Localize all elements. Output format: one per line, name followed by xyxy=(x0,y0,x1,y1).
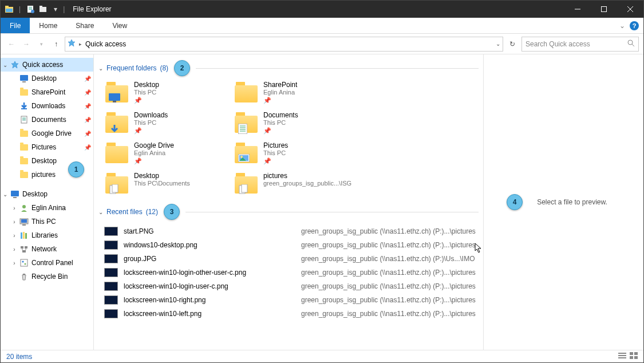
ribbon-tabs: File Home Share View ⌄ ? xyxy=(1,18,643,34)
folder-name: pictures xyxy=(263,172,351,180)
folder-tile[interactable]: Pictures This PC 📌 xyxy=(234,141,359,165)
tree-item[interactable]: › Eglin Anina xyxy=(1,201,93,215)
tree-item[interactable]: Recycle Bin xyxy=(1,270,93,283)
recent-file-row[interactable]: group.JPG green_groups_isg_public (\\nas… xyxy=(104,252,479,266)
breadcrumb-location[interactable]: Quick access xyxy=(85,40,126,48)
minimize-button[interactable] xyxy=(564,1,591,18)
expand-icon[interactable]: › xyxy=(10,260,19,266)
tree-quick-access[interactable]: ⌄ Quick access xyxy=(1,58,93,72)
ribbon-expand-icon[interactable]: ⌄ xyxy=(619,22,625,30)
folder-tile[interactable]: pictures green_groups_isg_public...\ISG xyxy=(234,172,359,195)
qat-dropdown-icon[interactable]: ▾ xyxy=(50,4,61,14)
star-icon xyxy=(10,60,20,70)
view-details-icon[interactable] xyxy=(618,352,626,361)
quick-access-star-icon xyxy=(68,39,76,49)
tree-item[interactable]: Documents📌 xyxy=(1,113,93,127)
help-icon[interactable]: ? xyxy=(630,21,639,30)
recent-file-row[interactable]: start.PNG green_groups_isg_public (\\nas… xyxy=(104,224,479,238)
tree-item[interactable]: › This PC xyxy=(1,215,93,228)
svg-rect-43 xyxy=(109,93,120,101)
tree-item[interactable]: Desktop📌 xyxy=(1,72,93,85)
pin-icon: 📌 xyxy=(84,131,91,137)
close-button[interactable] xyxy=(617,1,643,18)
folder-tile[interactable]: Google Drive Eglin Anina 📌 xyxy=(104,141,230,165)
nav-forward-button[interactable]: → xyxy=(20,38,33,50)
folder-tile[interactable]: Desktop This PC\Documents xyxy=(104,172,230,195)
file-thumbnail xyxy=(104,240,118,250)
search-input[interactable]: Search Quick access xyxy=(521,37,639,52)
folder-location: This PC xyxy=(134,89,159,96)
folder-tile[interactable]: Downloads This PC 📌 xyxy=(104,111,230,135)
tree-item[interactable]: Downloads📌 xyxy=(1,99,93,113)
folder-tile[interactable]: Documents This PC 📌 xyxy=(234,111,359,135)
expand-icon[interactable]: ⌄ xyxy=(1,191,10,198)
tab-home[interactable]: Home xyxy=(30,18,66,33)
tree-label: Quick access xyxy=(22,61,63,69)
tree-item[interactable]: Pictures📌 xyxy=(1,140,93,154)
content-pane[interactable]: ⌄ Frequent folders (8) 2 Desktop This PC… xyxy=(94,54,483,350)
svg-rect-25 xyxy=(11,191,19,196)
folder-tile[interactable]: Desktop This PC 📌 xyxy=(104,81,230,104)
file-thumbnail xyxy=(104,254,118,263)
svg-rect-29 xyxy=(21,219,27,223)
svg-rect-34 xyxy=(21,246,23,248)
address-bar[interactable]: ▸ Quick access ⌄ xyxy=(65,37,503,52)
folder-icon xyxy=(104,172,129,195)
refresh-button[interactable]: ↻ xyxy=(505,37,519,51)
expand-icon[interactable]: › xyxy=(10,232,19,239)
file-path: green_groups_isg_public (\\nas11.ethz.ch… xyxy=(301,269,476,277)
svg-rect-60 xyxy=(630,352,633,355)
svg-rect-21 xyxy=(21,116,27,123)
collapse-icon[interactable]: ⌄ xyxy=(98,209,103,215)
tree-item[interactable]: › Control Panel xyxy=(1,256,93,270)
title-bar: | ▾ | File Explorer xyxy=(1,1,643,18)
tree-desktop-root[interactable]: ⌄ Desktop xyxy=(1,187,93,201)
tree-item[interactable]: › Network xyxy=(1,242,93,256)
expand-icon[interactable]: › xyxy=(10,246,19,252)
tree-item[interactable]: › Libraries xyxy=(1,228,93,242)
expand-icon[interactable]: › xyxy=(10,205,19,211)
group-header-recent[interactable]: ⌄ Recent files (12) 3 xyxy=(98,204,479,220)
group-count: (12) xyxy=(146,208,158,216)
svg-rect-31 xyxy=(21,232,22,239)
group-label: Frequent folders xyxy=(106,64,156,72)
group-header-frequent[interactable]: ⌄ Frequent folders (8) 2 xyxy=(98,60,479,76)
svg-rect-19 xyxy=(22,81,26,82)
tree-item[interactable]: SharePoint📌 xyxy=(1,85,93,99)
file-name: lockscreen-win10-right.png xyxy=(124,296,295,304)
view-large-icon[interactable] xyxy=(630,352,638,361)
nav-back-button[interactable]: ← xyxy=(5,38,18,50)
nav-up-button[interactable]: ↑ xyxy=(50,38,62,50)
tree-item[interactable]: Google Drive📌 xyxy=(1,127,93,140)
tab-file[interactable]: File xyxy=(1,18,30,33)
tree-label: Control Panel xyxy=(31,259,73,267)
maximize-button[interactable] xyxy=(591,1,617,18)
file-name: windows10-desktop.png xyxy=(124,241,295,249)
tab-share[interactable]: Share xyxy=(66,18,103,33)
folder-name: Google Drive xyxy=(134,141,174,149)
address-dropdown-icon[interactable]: ⌄ xyxy=(496,41,500,47)
svg-rect-6 xyxy=(29,9,32,10)
nav-recent-dropdown[interactable]: ▾ xyxy=(35,38,48,50)
recent-file-row[interactable]: lockscreen-win10-left.png green_groups_i… xyxy=(104,307,479,321)
recent-file-row[interactable]: lockscreen-win10-login-user-c.png green_… xyxy=(104,279,479,293)
recent-file-row[interactable]: windows10-desktop.png green_groups_isg_p… xyxy=(104,238,479,252)
recent-file-row[interactable]: lockscreen-win10-right.png green_groups_… xyxy=(104,293,479,307)
svg-marker-14 xyxy=(68,40,75,46)
folder-location: Eglin Anina xyxy=(134,149,174,156)
folder-location: This PC xyxy=(263,149,288,156)
breadcrumb-chevron-icon[interactable]: ▸ xyxy=(79,41,82,47)
folder-tile[interactable]: SharePoint Eglin Anina 📌 xyxy=(234,81,359,104)
file-thumbnail xyxy=(104,268,118,277)
qat-newfolder-icon[interactable] xyxy=(38,4,48,14)
tab-view[interactable]: View xyxy=(103,18,136,33)
recent-file-row[interactable]: lockscreen-win10-login-other-user-c.png … xyxy=(104,266,479,279)
desktop-icon xyxy=(10,189,20,199)
expand-icon[interactable]: ⌄ xyxy=(1,62,10,68)
collapse-icon[interactable]: ⌄ xyxy=(98,65,103,72)
qat-properties-icon[interactable] xyxy=(25,4,35,14)
expand-icon[interactable]: › xyxy=(10,219,19,225)
preview-placeholder: Select a file to preview. xyxy=(537,198,607,206)
folder-location: This PC\Documents xyxy=(134,180,190,187)
svg-point-15 xyxy=(628,40,633,45)
